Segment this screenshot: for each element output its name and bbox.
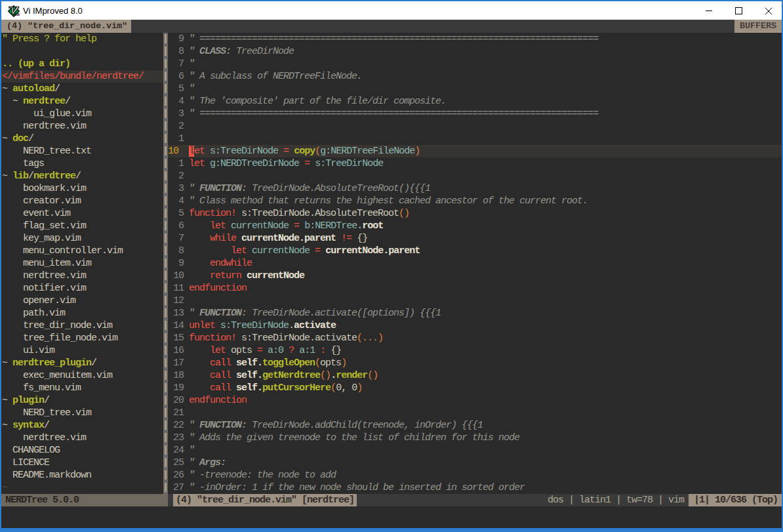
svg-text:im: im xyxy=(14,10,20,17)
